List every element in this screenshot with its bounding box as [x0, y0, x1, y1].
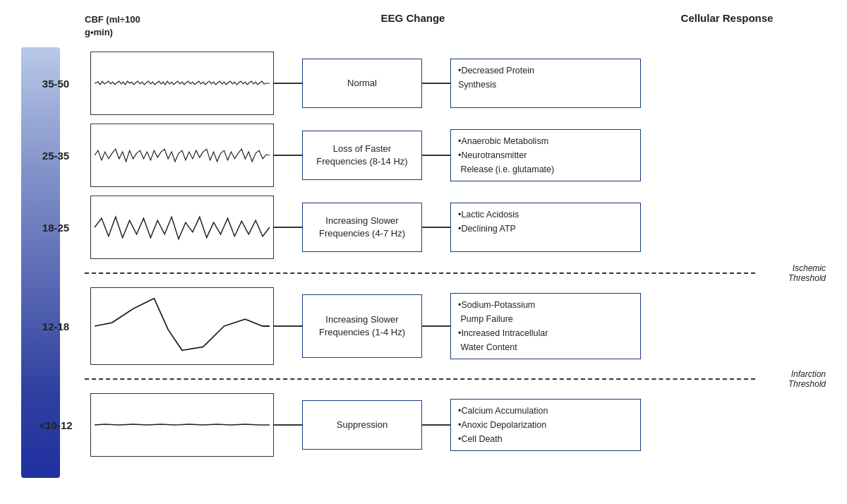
connector-4b — [422, 325, 450, 327]
row-18-25: 18-25 Increasing SlowerFrequencies (4-7 … — [21, 191, 826, 263]
cbf-header: CBF (ml÷100 g•min) — [85, 12, 169, 39]
eeg-waveform-25-35 — [90, 124, 274, 187]
connector-4a — [274, 325, 302, 327]
dashed-line-ischemic — [85, 272, 755, 274]
eeg-label-12-18: Increasing SlowerFrequencies (1-4 Hz) — [302, 294, 422, 358]
eeg-waveform-12-18 — [90, 287, 274, 365]
cbf-label-lt10-12: <10-12 — [21, 419, 85, 431]
cellular-35-50: •Decreased ProteinSynthesis — [450, 59, 641, 108]
infarction-threshold-line: InfarctionThreshold — [21, 372, 826, 386]
connector-2a — [274, 155, 302, 156]
connector-2b — [422, 155, 450, 156]
row-35-50: 35-50 Normal •Decreased ProteinSynthesis — [21, 47, 826, 119]
eeg-waveform-35-50 — [90, 52, 274, 115]
connector-3a — [274, 227, 302, 228]
eeg-waveform-lt10-12 — [90, 393, 274, 457]
cellular-header: Cellular Response — [628, 12, 826, 39]
connector-5b — [422, 424, 450, 426]
ischemic-threshold-label: IschemicThreshold — [788, 263, 826, 283]
rows-container: 35-50 Normal •Decreased ProteinSynthesis… — [21, 47, 826, 461]
cbf-label-25-35: 25-35 — [21, 150, 85, 162]
eeg-label-lt10-12: Suppression — [302, 400, 422, 450]
eeg-waveform-18-25 — [90, 196, 274, 259]
eeg-label-18-25: Increasing SlowerFrequencies (4-7 Hz) — [302, 203, 422, 252]
cbf-label-12-18: 12-18 — [21, 320, 85, 332]
dashed-line-infarction — [85, 378, 755, 380]
eeg-header: EEG Change — [353, 12, 445, 24]
row-25-35: 25-35 Loss of FasterFrequencies (8-14 Hz… — [21, 119, 826, 191]
diagram: CBF (ml÷100 g•min) EEG Change Cellular R… — [21, 12, 826, 492]
cellular-25-35: •Anaerobic Metabolism•Neurotransmitter R… — [450, 129, 641, 181]
ischemic-threshold-line: IschemicThreshold — [21, 266, 826, 280]
connector-1a — [274, 83, 302, 84]
cellular-lt10-12: •Calcium Accumulation•Anoxic Depolarizat… — [450, 399, 641, 451]
eeg-label-25-35: Loss of FasterFrequencies (8-14 Hz) — [302, 131, 422, 180]
cellular-18-25: •Lactic Acidosis•Declining ATP — [450, 203, 641, 252]
cbf-label-35-50: 35-50 — [21, 78, 85, 90]
infarction-threshold-label: InfarctionThreshold — [788, 369, 826, 389]
cbf-label-18-25: 18-25 — [21, 222, 85, 234]
connector-3b — [422, 227, 450, 228]
cellular-12-18: •Sodium-Potassium Pump Failure•Increased… — [450, 293, 641, 359]
row-12-18: 12-18 Increasing SlowerFrequencies (1-4 … — [21, 283, 826, 369]
column-headers: CBF (ml÷100 g•min) EEG Change Cellular R… — [21, 12, 826, 39]
row-lt10-12: <10-12 Suppression •Calcium Accumulation… — [21, 389, 826, 461]
eeg-label-35-50: Normal — [302, 59, 422, 108]
connector-1b — [422, 83, 450, 84]
connector-5a — [274, 424, 302, 426]
